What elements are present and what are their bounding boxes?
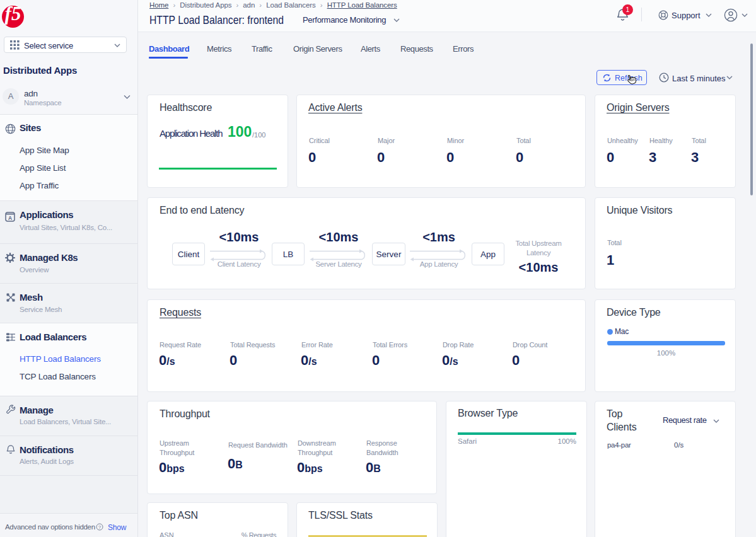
svg-text:A: A <box>8 215 12 221</box>
svg-text:?: ? <box>98 524 102 530</box>
